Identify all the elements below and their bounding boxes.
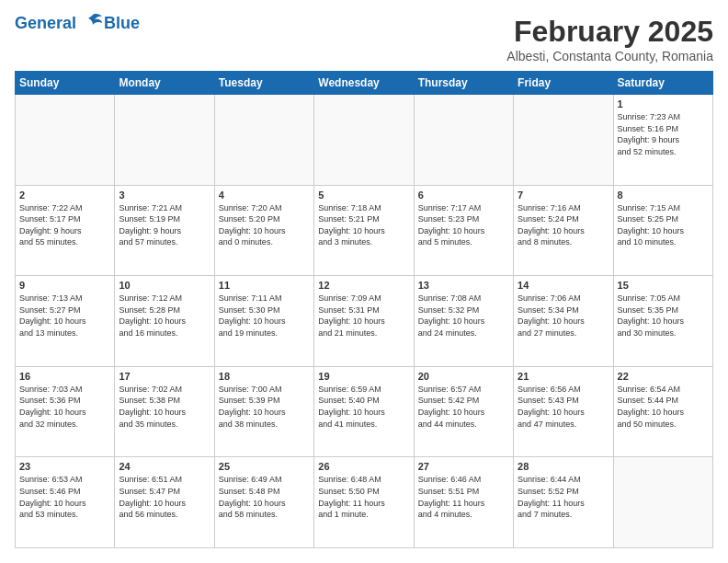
- day-info: Sunrise: 6:46 AM Sunset: 5:51 PM Dayligh…: [418, 474, 509, 520]
- calendar-cell: 3Sunrise: 7:21 AM Sunset: 5:19 PM Daylig…: [115, 185, 214, 276]
- calendar-cell: 13Sunrise: 7:08 AM Sunset: 5:32 PM Dayli…: [414, 276, 513, 367]
- calendar-cell: 18Sunrise: 7:00 AM Sunset: 5:39 PM Dayli…: [214, 366, 313, 457]
- day-info: Sunrise: 7:06 AM Sunset: 5:34 PM Dayligh…: [518, 293, 609, 339]
- calendar-cell: 1Sunrise: 7:23 AM Sunset: 5:16 PM Daylig…: [613, 95, 712, 186]
- calendar-week-4: 16Sunrise: 7:03 AM Sunset: 5:36 PM Dayli…: [16, 366, 713, 457]
- day-number: 15: [618, 280, 709, 291]
- calendar-cell: 9Sunrise: 7:13 AM Sunset: 5:27 PM Daylig…: [16, 276, 115, 367]
- day-info: Sunrise: 6:49 AM Sunset: 5:48 PM Dayligh…: [219, 474, 310, 520]
- calendar-cell: [314, 95, 414, 186]
- calendar-cell: 12Sunrise: 7:09 AM Sunset: 5:31 PM Dayli…: [314, 276, 414, 367]
- calendar-cell: 5Sunrise: 7:18 AM Sunset: 5:21 PM Daylig…: [314, 185, 414, 276]
- day-info: Sunrise: 6:54 AM Sunset: 5:44 PM Dayligh…: [618, 384, 709, 430]
- calendar-cell: 17Sunrise: 7:02 AM Sunset: 5:38 PM Dayli…: [115, 366, 214, 457]
- calendar-cell: [613, 457, 712, 548]
- calendar-cell: 6Sunrise: 7:17 AM Sunset: 5:23 PM Daylig…: [414, 185, 513, 276]
- day-info: Sunrise: 6:57 AM Sunset: 5:42 PM Dayligh…: [418, 384, 509, 430]
- day-info: Sunrise: 6:48 AM Sunset: 5:50 PM Dayligh…: [318, 474, 409, 520]
- calendar-cell: 25Sunrise: 6:49 AM Sunset: 5:48 PM Dayli…: [214, 457, 313, 548]
- day-number: 5: [318, 190, 409, 201]
- day-number: 10: [119, 280, 210, 291]
- calendar-cell: 21Sunrise: 6:56 AM Sunset: 5:43 PM Dayli…: [514, 366, 613, 457]
- calendar-cell: 28Sunrise: 6:44 AM Sunset: 5:52 PM Dayli…: [514, 457, 613, 548]
- calendar-cell: 4Sunrise: 7:20 AM Sunset: 5:20 PM Daylig…: [214, 185, 313, 276]
- calendar-cell: 8Sunrise: 7:15 AM Sunset: 5:25 PM Daylig…: [613, 185, 712, 276]
- day-info: Sunrise: 7:05 AM Sunset: 5:35 PM Dayligh…: [618, 293, 709, 339]
- day-info: Sunrise: 7:22 AM Sunset: 5:17 PM Dayligh…: [19, 202, 110, 248]
- day-info: Sunrise: 7:02 AM Sunset: 5:38 PM Dayligh…: [119, 384, 210, 430]
- day-number: 27: [418, 461, 509, 472]
- day-info: Sunrise: 6:44 AM Sunset: 5:52 PM Dayligh…: [518, 474, 609, 520]
- day-number: 17: [119, 371, 210, 382]
- day-number: 23: [19, 461, 110, 472]
- calendar-cell: 10Sunrise: 7:12 AM Sunset: 5:28 PM Dayli…: [115, 276, 214, 367]
- day-number: 20: [418, 371, 509, 382]
- day-number: 2: [19, 190, 110, 201]
- day-info: Sunrise: 6:53 AM Sunset: 5:46 PM Dayligh…: [19, 474, 110, 520]
- calendar-cell: [115, 95, 214, 186]
- calendar-week-5: 23Sunrise: 6:53 AM Sunset: 5:46 PM Dayli…: [16, 457, 713, 548]
- day-info: Sunrise: 7:03 AM Sunset: 5:36 PM Dayligh…: [19, 384, 110, 430]
- day-number: 25: [219, 461, 310, 472]
- day-info: Sunrise: 7:16 AM Sunset: 5:24 PM Dayligh…: [518, 202, 609, 248]
- day-info: Sunrise: 7:11 AM Sunset: 5:30 PM Dayligh…: [219, 293, 310, 339]
- calendar-cell: 24Sunrise: 6:51 AM Sunset: 5:47 PM Dayli…: [115, 457, 214, 548]
- calendar-cell: 19Sunrise: 6:59 AM Sunset: 5:40 PM Dayli…: [314, 366, 414, 457]
- calendar-cell: 26Sunrise: 6:48 AM Sunset: 5:50 PM Dayli…: [314, 457, 414, 548]
- col-thursday: Thursday: [414, 72, 513, 95]
- calendar-cell: 22Sunrise: 6:54 AM Sunset: 5:44 PM Dayli…: [613, 366, 712, 457]
- month-title: February 2025: [506, 15, 713, 49]
- day-number: 11: [219, 280, 310, 291]
- calendar-cell: 20Sunrise: 6:57 AM Sunset: 5:42 PM Dayli…: [414, 366, 513, 457]
- day-number: 24: [119, 461, 210, 472]
- day-number: 16: [19, 371, 110, 382]
- day-info: Sunrise: 6:56 AM Sunset: 5:43 PM Dayligh…: [518, 384, 609, 430]
- day-info: Sunrise: 7:21 AM Sunset: 5:19 PM Dayligh…: [119, 202, 210, 248]
- day-info: Sunrise: 6:59 AM Sunset: 5:40 PM Dayligh…: [318, 384, 409, 430]
- col-sunday: Sunday: [16, 72, 115, 95]
- day-number: 8: [618, 190, 709, 201]
- day-info: Sunrise: 6:51 AM Sunset: 5:47 PM Dayligh…: [119, 474, 210, 520]
- calendar-cell: 2Sunrise: 7:22 AM Sunset: 5:17 PM Daylig…: [16, 185, 115, 276]
- day-number: 7: [518, 190, 609, 201]
- calendar-week-2: 2Sunrise: 7:22 AM Sunset: 5:17 PM Daylig…: [16, 185, 713, 276]
- day-info: Sunrise: 7:17 AM Sunset: 5:23 PM Dayligh…: [418, 202, 509, 248]
- day-number: 21: [518, 371, 609, 382]
- calendar-cell: [414, 95, 513, 186]
- calendar-week-1: 1Sunrise: 7:23 AM Sunset: 5:16 PM Daylig…: [16, 95, 713, 186]
- day-info: Sunrise: 7:18 AM Sunset: 5:21 PM Dayligh…: [318, 202, 409, 248]
- logo-general: General: [15, 14, 76, 32]
- calendar-cell: 16Sunrise: 7:03 AM Sunset: 5:36 PM Dayli…: [16, 366, 115, 457]
- day-info: Sunrise: 7:13 AM Sunset: 5:27 PM Dayligh…: [19, 293, 110, 339]
- logo: General Blue: [15, 15, 140, 33]
- day-number: 14: [518, 280, 609, 291]
- day-number: 3: [119, 190, 210, 201]
- day-number: 1: [618, 98, 709, 109]
- col-friday: Friday: [514, 72, 613, 95]
- calendar-cell: 27Sunrise: 6:46 AM Sunset: 5:51 PM Dayli…: [414, 457, 513, 548]
- col-saturday: Saturday: [613, 72, 712, 95]
- page: General Blue February 2025 Albesti, Cons…: [0, 0, 728, 563]
- logo-bird-icon: [82, 11, 104, 33]
- header: General Blue February 2025 Albesti, Cons…: [15, 15, 713, 63]
- location-title: Albesti, Constanta County, Romania: [506, 49, 713, 63]
- day-info: Sunrise: 7:12 AM Sunset: 5:28 PM Dayligh…: [119, 293, 210, 339]
- logo-blue: Blue: [104, 14, 140, 33]
- day-number: 26: [318, 461, 409, 472]
- calendar-cell: 14Sunrise: 7:06 AM Sunset: 5:34 PM Dayli…: [514, 276, 613, 367]
- calendar-cell: 11Sunrise: 7:11 AM Sunset: 5:30 PM Dayli…: [214, 276, 313, 367]
- day-info: Sunrise: 7:09 AM Sunset: 5:31 PM Dayligh…: [318, 293, 409, 339]
- title-block: February 2025 Albesti, Constanta County,…: [506, 15, 713, 63]
- calendar-header-row: Sunday Monday Tuesday Wednesday Thursday…: [16, 72, 713, 95]
- day-number: 9: [19, 280, 110, 291]
- calendar-cell: [514, 95, 613, 186]
- day-number: 4: [219, 190, 310, 201]
- day-number: 12: [318, 280, 409, 291]
- day-number: 19: [318, 371, 409, 382]
- calendar-week-3: 9Sunrise: 7:13 AM Sunset: 5:27 PM Daylig…: [16, 276, 713, 367]
- day-info: Sunrise: 7:23 AM Sunset: 5:16 PM Dayligh…: [618, 111, 709, 157]
- day-info: Sunrise: 7:00 AM Sunset: 5:39 PM Dayligh…: [219, 384, 310, 430]
- col-wednesday: Wednesday: [314, 72, 414, 95]
- day-number: 6: [418, 190, 509, 201]
- day-number: 22: [618, 371, 709, 382]
